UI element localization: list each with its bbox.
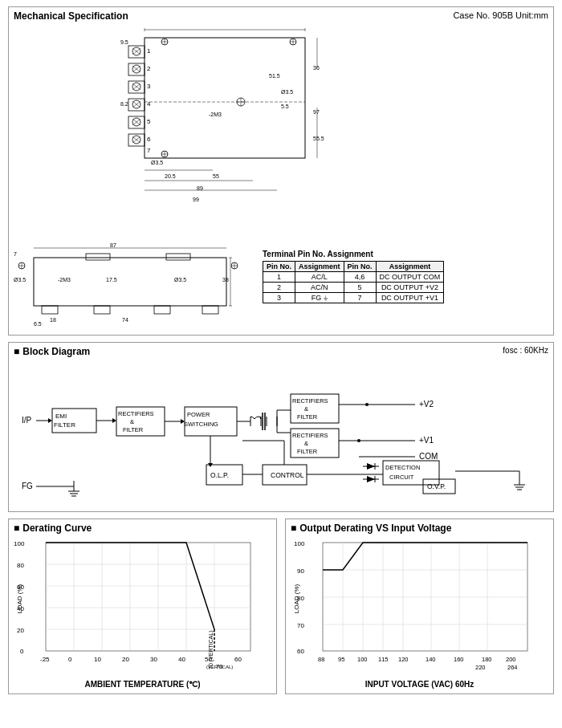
svg-text:EMI: EMI [55, 413, 67, 420]
svg-text:140: 140 [426, 656, 436, 663]
svg-text:115: 115 [378, 656, 389, 663]
svg-text:99: 99 [193, 197, 199, 202]
svg-text:COM: COM [419, 452, 438, 461]
svg-rect-171 [46, 543, 250, 651]
svg-text:20.5: 20.5 [165, 173, 176, 179]
svg-marker-101 [112, 418, 116, 423]
svg-text:38: 38 [222, 277, 229, 283]
svg-text:51.5: 51.5 [269, 73, 280, 79]
svg-text:O.V.P.: O.V.P. [427, 482, 446, 490]
col-pin-no-2: Pin No. [344, 262, 376, 272]
svg-text:1: 1 [147, 47, 151, 55]
svg-text:POWER: POWER [187, 411, 210, 418]
svg-rect-69 [166, 254, 190, 260]
col-assignment-1: Assignment [295, 262, 344, 272]
svg-text:55: 55 [213, 173, 219, 179]
svg-text:6.5: 6.5 [34, 321, 42, 327]
output-derating-svg: 100 90 80 70 60 88 95 100 115 120 140 16… [291, 539, 540, 675]
derating-curve-svg: 100 80 60 40 20 0 -25 0 10 20 30 40 50 6… [14, 539, 263, 675]
svg-text:8.2: 8.2 [120, 101, 128, 107]
svg-text:100: 100 [294, 540, 305, 547]
svg-marker-96 [48, 418, 52, 423]
svg-rect-201 [323, 543, 527, 651]
svg-text:LOAD (%): LOAD (%) [16, 584, 23, 613]
derating-curve-title: Derating Curve [14, 523, 271, 534]
svg-text:0: 0 [68, 656, 72, 663]
svg-text:RECTIFIERS: RECTIFIERS [292, 432, 328, 439]
svg-rect-68 [86, 254, 110, 260]
svg-text:DETECTION: DETECTION [385, 464, 420, 471]
svg-text:70 (VERTICAL): 70 (VERTICAL) [208, 631, 214, 670]
svg-rect-0 [145, 38, 305, 158]
svg-text:FILTER: FILTER [123, 426, 144, 433]
svg-text:80: 80 [17, 562, 24, 569]
svg-text:55.5: 55.5 [313, 136, 324, 141]
fosc-label: fosc : 60KHz [503, 346, 548, 355]
svg-text:97: 97 [313, 109, 320, 115]
derating-x-label: AMBIENT TEMPERATURE (℃) [14, 680, 271, 689]
block-diagram-section: Block Diagram fosc : 60KHz I/P EMI FILTE… [8, 342, 554, 512]
svg-text:&: & [304, 440, 308, 447]
table-row: 1 AC/L 4,6 DC OUTPUT COM [263, 272, 444, 283]
svg-text:200: 200 [506, 656, 516, 663]
svg-text:CONTROL: CONTROL [271, 471, 304, 479]
svg-text:88: 88 [318, 656, 324, 663]
svg-text:5: 5 [147, 118, 151, 125]
svg-text:-2M3: -2M3 [209, 112, 222, 117]
svg-text:7: 7 [147, 147, 151, 154]
svg-text:120: 120 [398, 656, 409, 663]
block-diagram-svg: I/P EMI FILTER RECTIFIERS & FILTER POWER… [14, 360, 560, 505]
svg-text:74: 74 [122, 317, 128, 323]
terminal-table: Pin No. Assignment Pin No. Assignment 1 … [263, 261, 444, 303]
mech-top-diagram: 1 2 3 4 5 6 7 [120, 22, 442, 238]
output-derating-title: Output Derating VS Input Voltage [291, 523, 548, 534]
output-derating-x-label: INPUT VOLTAGE (VAC) 60Hz [291, 680, 548, 689]
svg-text:2: 2 [147, 65, 151, 72]
svg-marker-143 [367, 463, 375, 470]
svg-text:4: 4 [147, 100, 151, 108]
svg-text:100: 100 [14, 540, 25, 547]
svg-text:95: 95 [338, 656, 344, 663]
svg-text:FG: FG [22, 482, 33, 490]
svg-text:&: & [130, 418, 134, 425]
svg-text:40: 40 [178, 656, 185, 663]
case-info: Case No. 905B Unit:mm [453, 10, 548, 20]
svg-text:18: 18 [50, 317, 56, 323]
page: Mechanical Specification Case No. 905B U… [0, 0, 562, 701]
svg-text:I/P: I/P [22, 416, 32, 425]
svg-text:Ø3.5: Ø3.5 [281, 89, 293, 95]
svg-text:-25: -25 [40, 656, 50, 663]
svg-text:O.L.P.: O.L.P. [210, 471, 229, 479]
svg-text:264: 264 [507, 664, 518, 671]
svg-text:60: 60 [297, 648, 304, 655]
svg-text:9.5: 9.5 [120, 39, 128, 45]
svg-rect-71 [94, 306, 110, 314]
svg-text:Ø3.5: Ø3.5 [174, 277, 186, 283]
svg-text:30: 30 [150, 656, 157, 663]
mech-title: Mechanical Specification [14, 10, 128, 22]
svg-text:(VERTICAL): (VERTICAL) [206, 665, 233, 669]
svg-text:160: 160 [454, 656, 464, 663]
mechanical-spec-section: Mechanical Specification Case No. 905B U… [8, 6, 554, 336]
svg-text:70: 70 [297, 622, 304, 629]
svg-text:FILTER: FILTER [54, 421, 75, 429]
svg-text:36: 36 [313, 65, 320, 71]
output-derating-box: Output Derating VS Input Voltage [285, 519, 554, 694]
table-row: 2 AC/N 5 DC OUTPUT +V2 [263, 283, 444, 293]
svg-text:17.5: 17.5 [106, 277, 117, 283]
svg-text:-2M3: -2M3 [58, 277, 71, 283]
svg-text:20: 20 [122, 656, 129, 663]
svg-text:LOAD (%): LOAD (%) [293, 584, 300, 613]
col-pin-no-1: Pin No. [263, 262, 295, 272]
table-row: 3 FG ⏚ 7 DC OUTPUT +V1 [263, 293, 444, 303]
svg-text:5.5: 5.5 [281, 104, 289, 109]
svg-text:SWITCHING: SWITCHING [184, 421, 218, 428]
svg-text:FILTER: FILTER [297, 448, 318, 455]
svg-text:20: 20 [17, 627, 24, 634]
svg-text:3: 3 [147, 83, 151, 90]
svg-text:0: 0 [20, 648, 24, 655]
terminal-table-title: Terminal Pin No. Assignment [263, 250, 444, 258]
mech-side-diagram: 7 Ø3.5 87 18 74 38 6.5 -2M3 17.5 Ø3.5 [14, 242, 255, 330]
svg-text:RECTIFIERS: RECTIFIERS [118, 410, 154, 417]
svg-rect-73 [202, 306, 218, 314]
